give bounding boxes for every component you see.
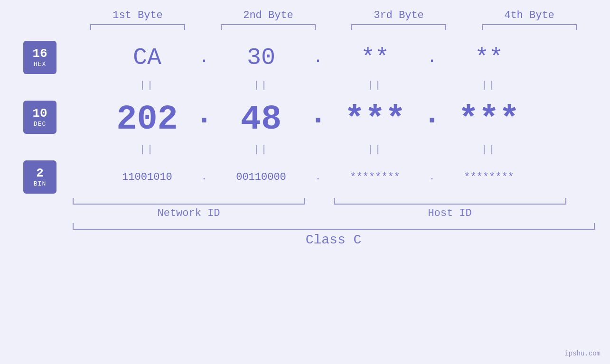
hex-b1: CA <box>104 44 190 71</box>
byte-header-4: 4th Byte <box>482 9 577 21</box>
host-id-bracket <box>334 198 566 205</box>
dec-row: 10 DEC 202 . 48 . *** . *** <box>0 93 610 141</box>
bin-badge-container: 2 BIN <box>0 160 57 194</box>
equals-row-2: || || || || <box>0 141 610 158</box>
eq2-b1: || <box>104 144 190 155</box>
hex-cells: CA . 30 . ** . ** <box>57 44 579 71</box>
hex-badge: 16 HEX <box>23 41 56 74</box>
hex-badge-label: HEX <box>34 61 46 68</box>
bracket-3 <box>351 24 446 30</box>
hex-dot-3: . <box>418 48 446 67</box>
host-id-label: Host ID <box>334 207 566 219</box>
hex-b3: ** <box>332 44 418 71</box>
equals-row-1: || || || || <box>0 76 610 93</box>
dec-b4: *** <box>446 100 532 139</box>
bin-b4: ******** <box>446 171 532 183</box>
eq2-b2: || <box>218 144 304 155</box>
byte-header-2: 2nd Byte <box>221 9 316 21</box>
bin-cells: 11001010 . 00110000 . ******** . *******… <box>57 171 579 183</box>
hex-b4: ** <box>446 44 532 71</box>
bin-b3: ******** <box>332 171 418 183</box>
bin-dot-2: . <box>304 172 332 182</box>
byte-header-1: 1st Byte <box>90 9 185 21</box>
bottom-brackets-row <box>73 198 595 205</box>
bottom-brackets-section: Network ID Host ID <box>73 198 595 219</box>
bin-b2: 00110000 <box>218 171 304 183</box>
bracket-2 <box>221 24 316 30</box>
eq1-b1: || <box>104 80 190 91</box>
hex-b2: 30 <box>218 44 304 71</box>
bracket-labels-row: Network ID Host ID <box>73 207 595 219</box>
dec-cells: 202 . 48 . *** . *** <box>57 92 579 143</box>
dec-b3: *** <box>332 100 418 139</box>
network-id-bracket <box>73 198 305 205</box>
class-label: Class C <box>73 233 595 247</box>
hex-badge-num: 16 <box>32 47 47 61</box>
bin-badge-label: BIN <box>34 180 46 187</box>
bin-badge-num: 2 <box>36 167 44 180</box>
watermark: ipshu.com <box>564 350 601 357</box>
dec-badge: 10 DEC <box>23 101 56 134</box>
eq2-b3: || <box>332 144 418 155</box>
dec-b2: 48 <box>218 100 304 139</box>
equals-cells-1: || || || || <box>57 80 579 91</box>
dec-badge-container: 10 DEC <box>0 101 57 134</box>
equals-cells-2: || || || || <box>57 144 579 155</box>
bin-b1: 11001010 <box>104 171 190 183</box>
dec-dot-2: . <box>304 92 332 139</box>
eq2-b4: || <box>446 144 532 155</box>
top-brackets <box>73 24 595 30</box>
class-section: Class C <box>73 223 595 247</box>
eq1-b3: || <box>332 80 418 91</box>
dec-badge-num: 10 <box>32 107 47 121</box>
bin-row: 2 BIN 11001010 . 00110000 . ******** . *… <box>0 158 610 196</box>
hex-badge-container: 16 HEX <box>0 41 57 74</box>
hex-dot-2: . <box>304 48 332 67</box>
bracket-1 <box>90 24 185 30</box>
dec-badge-label: DEC <box>34 121 46 128</box>
byte-headers-row: 1st Byte 2nd Byte 3rd Byte 4th Byte <box>73 0 595 21</box>
bin-badge: 2 BIN <box>23 160 56 194</box>
dec-b1: 202 <box>104 100 190 139</box>
hex-row: 16 HEX CA . 30 . ** . ** <box>0 38 610 76</box>
page-container: 1st Byte 2nd Byte 3rd Byte 4th Byte 16 H… <box>0 0 610 364</box>
eq1-b2: || <box>218 80 304 91</box>
class-bracket <box>73 223 595 230</box>
dec-dot-1: . <box>190 92 218 139</box>
byte-header-3: 3rd Byte <box>351 9 446 21</box>
eq1-b4: || <box>446 80 532 91</box>
bracket-4 <box>482 24 577 30</box>
bin-dot-3: . <box>418 172 446 182</box>
network-id-label: Network ID <box>73 207 305 219</box>
dec-dot-3: . <box>418 92 446 139</box>
bin-dot-1: . <box>190 172 218 182</box>
hex-dot-1: . <box>190 48 218 67</box>
